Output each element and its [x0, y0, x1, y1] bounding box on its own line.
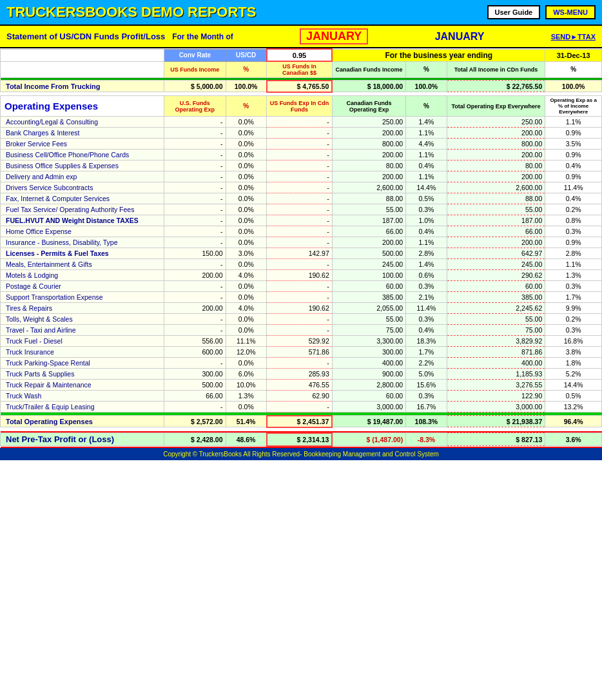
col-subheader-row: US Funds Income % US Funds In Canadian $…: [1, 61, 602, 78]
conv-rate-label: Conv Rate: [164, 49, 226, 61]
exp-cpct: 18.3%: [406, 336, 447, 347]
year-ending-label: For the business year ending: [332, 49, 545, 61]
exp-pct: 4.0%: [226, 270, 267, 281]
exp-tot: 66.00: [447, 226, 545, 237]
net-opct: 3.6%: [545, 433, 602, 446]
exp-tot: 3,276.55: [447, 380, 545, 391]
exp-opct: 3.8%: [545, 347, 602, 358]
exp-cpct: 0.5%: [406, 193, 447, 204]
exp-pct: 0.0%: [226, 117, 267, 128]
net-us: $ 2,428.00: [164, 433, 226, 446]
exp-cpct: 1.1%: [406, 237, 447, 248]
exp-cpct: 1.7%: [406, 347, 447, 358]
exp-name: Truck Parking-Space Rental: [1, 358, 164, 369]
exp-pct: 0.0%: [226, 259, 267, 270]
exp-cdn: 2,600.00: [332, 182, 405, 193]
exp-pct: 0.0%: [226, 182, 267, 193]
exp-name: Broker Service Fees: [1, 139, 164, 150]
exp-name: Home Office Expense: [1, 226, 164, 237]
exp-pct: 3.0%: [226, 248, 267, 259]
exp-tot: 200.00: [447, 128, 545, 139]
exp-pct: 0.0%: [226, 160, 267, 171]
exp-opct: 1.7%: [545, 292, 602, 303]
uscd-label: US/CD: [226, 49, 267, 61]
exp-cpct: 15.6%: [406, 380, 447, 391]
income-row: Total Income From Trucking $ 5,000.00 10…: [1, 81, 602, 92]
exp-tot: 75.00: [447, 325, 545, 336]
exp-usc: -: [267, 160, 333, 171]
expense-row: Home Office Expense - 0.0% - 66.00 0.4% …: [1, 226, 602, 237]
send-ttax-link[interactable]: SEND►TTAX: [551, 33, 596, 41]
exp-opct: 2.8%: [545, 248, 602, 259]
exp-cdn: 385.00: [332, 292, 405, 303]
expense-table-body: Accounting/Legal & Consulting - 0.0% - 2…: [1, 117, 602, 413]
exp-usc: -: [267, 402, 333, 413]
exp-usc: -: [267, 182, 333, 193]
exp-usc: -: [267, 226, 333, 237]
conv-rate-row: Conv Rate US/CD 0.95 For the business ye…: [1, 49, 602, 61]
exp-pct: 0.0%: [226, 150, 267, 160]
exp-pct: 10.0%: [226, 380, 267, 391]
exp-name: Drivers Service Subcontracts: [1, 182, 164, 193]
exp-tot: 3,829.92: [447, 336, 545, 347]
exp-us: -: [164, 171, 226, 182]
exp-cpct: 2.2%: [406, 358, 447, 369]
expense-row: Bank Charges & Interest - 0.0% - 200.00 …: [1, 128, 602, 139]
exp-us: -: [164, 259, 226, 270]
exp-opct: 0.8%: [545, 215, 602, 226]
exp-usc: -: [267, 204, 333, 215]
us-exp-cdn-header: US Funds Exp In Cdn Funds: [267, 96, 333, 117]
exp-tot: 80.00: [447, 160, 545, 171]
exp-cpct: 16.7%: [406, 402, 447, 413]
exp-opct: 0.2%: [545, 314, 602, 325]
income-total: $ 22,765.50: [447, 81, 545, 92]
exp-tot: 3,000.00: [447, 402, 545, 413]
exp-name: Support Transportation Expense: [1, 292, 164, 303]
expense-row: Tolls, Weight & Scales - 0.0% - 55.00 0.…: [1, 314, 602, 325]
exp-us: -: [164, 160, 226, 171]
income-cdn-pct: 100.0%: [406, 81, 447, 92]
exp-name: Truck Insurance: [1, 347, 164, 358]
exp-cdn: 88.00: [332, 193, 405, 204]
exp-name: Business Cell/Office Phone/Phone Cards: [1, 150, 164, 160]
exp-usc: -: [267, 171, 333, 182]
exp-tot: 122.90: [447, 391, 545, 402]
exp-cdn: 3,000.00: [332, 402, 405, 413]
exp-usc: -: [267, 237, 333, 248]
exp-cdn: 250.00: [332, 117, 405, 128]
main-data-table: Conv Rate US/CD 0.95 For the business ye…: [0, 48, 602, 448]
subheader: Statement of US/CDN Funds Profit/Loss Fo…: [0, 26, 602, 48]
expense-row: Business Cell/Office Phone/Phone Cards -…: [1, 150, 602, 160]
statement-label: Statement of US/CDN Funds Profit/Loss Fo…: [6, 32, 233, 41]
exp-tot: 200.00: [447, 150, 545, 160]
exp-cdn: 200.00: [332, 237, 405, 248]
user-guide-button[interactable]: User Guide: [487, 5, 541, 19]
total-all-header: Total All Income in CDn Funds: [447, 61, 545, 78]
exp-name: Delivery and Admin exp: [1, 171, 164, 182]
exp-opct: 0.9%: [545, 128, 602, 139]
ws-menu-button[interactable]: WS-MENU: [545, 5, 596, 19]
exp-name: Accounting/Legal & Consulting: [1, 117, 164, 128]
exp-cdn: 187.00: [332, 215, 405, 226]
exp-usc: 62.90: [267, 391, 333, 402]
exp-us: 600.00: [164, 347, 226, 358]
total-op-header: Total Operating Exp Everywhere: [447, 96, 545, 117]
exp-name: Motels & Lodging: [1, 270, 164, 281]
exp-tot: 60.00: [447, 281, 545, 292]
exp-pct: 0.0%: [226, 204, 267, 215]
pct2-header: %: [406, 61, 447, 78]
exp-opct: 0.4%: [545, 193, 602, 204]
exp-name: Tires & Repairs: [1, 303, 164, 314]
footer-text: Copyright © TruckersBooks All Rights Res…: [163, 451, 439, 458]
exp-name: Truck Fuel - Diesel: [1, 336, 164, 347]
exp-us: 200.00: [164, 270, 226, 281]
expense-row: Tires & Repairs 200.00 4.0% 190.62 2,055…: [1, 303, 602, 314]
exp-opct: 13.2%: [545, 402, 602, 413]
exp-pct: 0.0%: [226, 402, 267, 413]
us-funds-income-header: US Funds Income: [164, 61, 226, 78]
exp-cpct: 0.4%: [406, 325, 447, 336]
exp-us: -: [164, 204, 226, 215]
exp-pct: 0.0%: [226, 325, 267, 336]
expense-row: Travel - Taxi and Airline - 0.0% - 75.00…: [1, 325, 602, 336]
exp-cdn: 66.00: [332, 226, 405, 237]
